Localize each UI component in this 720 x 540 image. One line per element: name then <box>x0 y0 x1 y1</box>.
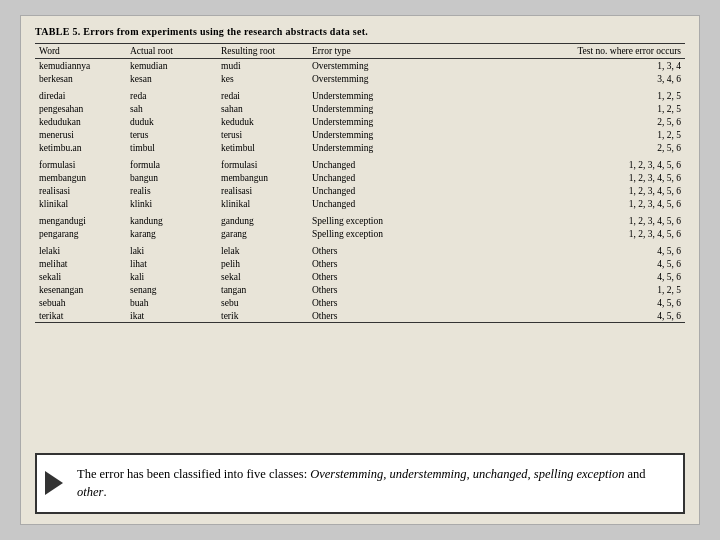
cell-actual: realis <box>126 184 217 197</box>
table-row: diredai reda redai Understemming 1, 2, 5 <box>35 89 685 102</box>
cell-actual: terus <box>126 128 217 141</box>
cell-tests: 1, 2, 5 <box>419 128 686 141</box>
table-row: kemudiannya kemudian mudi Overstemming 1… <box>35 59 685 73</box>
cell-actual: formula <box>126 158 217 171</box>
table-row: pengarang karang garang Spelling excepti… <box>35 227 685 240</box>
cell-actual: ikat <box>126 309 217 323</box>
cell-actual: lihat <box>126 257 217 270</box>
cell-resulting: pelih <box>217 257 308 270</box>
callout-text-end: . <box>103 485 106 499</box>
cell-error: Understemming <box>308 128 419 141</box>
cell-error: Understemming <box>308 115 419 128</box>
cell-actual: kesan <box>126 72 217 85</box>
cell-word: kesenangan <box>35 283 126 296</box>
table-section: TABLE 5. Errors from experiments using t… <box>35 26 685 445</box>
cell-word: ketimbu.an <box>35 141 126 154</box>
table-row: membangun bangun membangun Unchanged 1, … <box>35 171 685 184</box>
cell-tests: 1, 2, 5 <box>419 102 686 115</box>
cell-tests: 1, 2, 3, 4, 5, 6 <box>419 184 686 197</box>
cell-word: formulasi <box>35 158 126 171</box>
col-header-error: Error type <box>308 44 419 59</box>
table-title: TABLE 5. Errors from experiments using t… <box>35 26 685 37</box>
table-row: melihat lihat pelih Others 4, 5, 6 <box>35 257 685 270</box>
cell-word: membangun <box>35 171 126 184</box>
cell-actual: karang <box>126 227 217 240</box>
cell-tests: 1, 2, 5 <box>419 283 686 296</box>
cell-actual: kemudian <box>126 59 217 73</box>
cell-tests: 4, 5, 6 <box>419 244 686 257</box>
table-row: pengesahan sah sahan Understemming 1, 2,… <box>35 102 685 115</box>
callout-text-after: and <box>624 467 645 481</box>
cell-word: kemudiannya <box>35 59 126 73</box>
table-row: kedudukan duduk keduduk Understemming 2,… <box>35 115 685 128</box>
cell-tests: 1, 2, 3, 4, 5, 6 <box>419 227 686 240</box>
cell-error: Spelling exception <box>308 214 419 227</box>
callout-box: The error has been classified into five … <box>35 453 685 515</box>
cell-error: Understemming <box>308 102 419 115</box>
col-header-resulting: Resulting root <box>217 44 308 59</box>
cell-resulting: garang <box>217 227 308 240</box>
col-header-actual: Actual root <box>126 44 217 59</box>
cell-tests: 4, 5, 6 <box>419 257 686 270</box>
table-row: kesenangan senang tangan Others 1, 2, 5 <box>35 283 685 296</box>
cell-resulting: ketimbul <box>217 141 308 154</box>
cell-resulting: gandung <box>217 214 308 227</box>
cell-actual: duduk <box>126 115 217 128</box>
cell-tests: 1, 2, 3, 4, 5, 6 <box>419 197 686 210</box>
cell-tests: 1, 2, 3, 4, 5, 6 <box>419 214 686 227</box>
cell-word: realisasi <box>35 184 126 197</box>
callout-text-before: The error has been classified into five … <box>77 467 310 481</box>
cell-word: diredai <box>35 89 126 102</box>
table-row: formulasi formula formulasi Unchanged 1,… <box>35 158 685 171</box>
cell-word: mengandugi <box>35 214 126 227</box>
cell-word: terikat <box>35 309 126 323</box>
cell-error: Spelling exception <box>308 227 419 240</box>
cell-tests: 4, 5, 6 <box>419 270 686 283</box>
callout-italic-main: Overstemming, understemming, unchanged, … <box>310 467 624 481</box>
cell-word: lelaki <box>35 244 126 257</box>
cell-tests: 2, 5, 6 <box>419 115 686 128</box>
cell-error: Unchanged <box>308 184 419 197</box>
cell-error: Others <box>308 296 419 309</box>
cell-tests: 4, 5, 6 <box>419 296 686 309</box>
cell-word: pengesahan <box>35 102 126 115</box>
cell-resulting: sahan <box>217 102 308 115</box>
cell-error: Unchanged <box>308 197 419 210</box>
cell-resulting: formulasi <box>217 158 308 171</box>
cell-resulting: tangan <box>217 283 308 296</box>
cell-error: Overstemming <box>308 59 419 73</box>
cell-resulting: sebu <box>217 296 308 309</box>
cell-resulting: realisasi <box>217 184 308 197</box>
col-header-word: Word <box>35 44 126 59</box>
cell-tests: 2, 5, 6 <box>419 141 686 154</box>
cell-tests: 4, 5, 6 <box>419 309 686 323</box>
cell-actual: kali <box>126 270 217 283</box>
cell-resulting: terusi <box>217 128 308 141</box>
page-container: TABLE 5. Errors from experiments using t… <box>20 15 700 525</box>
cell-actual: reda <box>126 89 217 102</box>
cell-tests: 1, 2, 3, 4, 5, 6 <box>419 171 686 184</box>
table-row: menerusi terus terusi Understemming 1, 2… <box>35 128 685 141</box>
cell-error: Unchanged <box>308 158 419 171</box>
cell-actual: timbul <box>126 141 217 154</box>
table-row: lelaki laki lelak Others 4, 5, 6 <box>35 244 685 257</box>
table-row: klinikal klinki klinikal Unchanged 1, 2,… <box>35 197 685 210</box>
cell-tests: 1, 2, 5 <box>419 89 686 102</box>
cell-word: menerusi <box>35 128 126 141</box>
cell-error: Others <box>308 283 419 296</box>
cell-word: kedudukan <box>35 115 126 128</box>
table-row: sekali kali sekal Others 4, 5, 6 <box>35 270 685 283</box>
cell-resulting: klinikal <box>217 197 308 210</box>
cell-error: Understemming <box>308 89 419 102</box>
cell-resulting: keduduk <box>217 115 308 128</box>
cell-actual: laki <box>126 244 217 257</box>
callout-italic-other: other <box>77 485 103 499</box>
cell-error: Others <box>308 309 419 323</box>
cell-error: Others <box>308 257 419 270</box>
arrow-icon <box>45 471 63 495</box>
cell-actual: sah <box>126 102 217 115</box>
cell-error: Others <box>308 270 419 283</box>
cell-tests: 1, 2, 3, 4, 5, 6 <box>419 158 686 171</box>
cell-word: berkesan <box>35 72 126 85</box>
data-table: Word Actual root Resulting root Error ty… <box>35 43 685 323</box>
